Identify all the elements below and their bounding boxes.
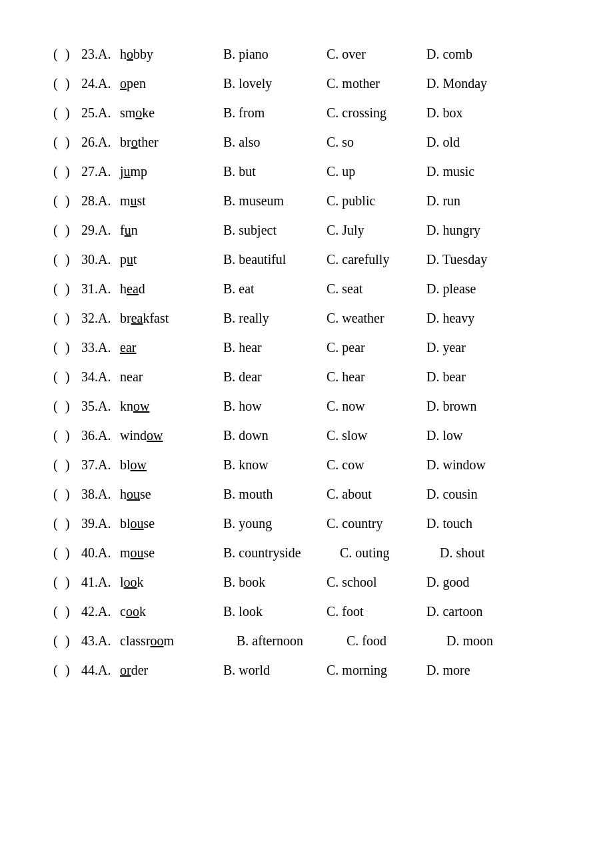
paren-close: )	[65, 539, 81, 567]
option-c: C. hear	[326, 363, 426, 391]
quiz-item-41: ( ) 41.A. look B. book C. school D. good	[53, 568, 560, 596]
quiz-item-37: ( ) 37.A. blow B. know C. cow D. window	[53, 451, 560, 479]
option-a: near	[120, 363, 223, 391]
paren-close: )	[65, 187, 81, 215]
option-b: B. really	[223, 304, 326, 332]
quiz-item-43: ( ) 43.A. classroom B. afternoon C. food…	[53, 627, 560, 655]
paren-open: (	[53, 480, 65, 508]
option-b: B. afternoon	[237, 627, 346, 655]
question-number: 42.A.	[81, 597, 120, 625]
question-number: 40.A.	[81, 539, 120, 567]
option-b: B. but	[223, 157, 326, 185]
question-number: 38.A.	[81, 480, 120, 508]
question-number: 34.A.	[81, 363, 120, 391]
paren-close: )	[65, 245, 81, 273]
paren-close: )	[65, 128, 81, 156]
option-d: D. low	[426, 421, 462, 449]
option-b: B. book	[223, 568, 326, 596]
option-c: C. over	[326, 40, 426, 68]
question-number: 24.A.	[81, 69, 120, 97]
option-d: D. good	[426, 568, 469, 596]
question-number: 27.A.	[81, 157, 120, 185]
option-d: D. year	[426, 333, 466, 361]
paren-open: (	[53, 128, 65, 156]
quiz-item-36: ( ) 36.A. window B. down C. slow D. low	[53, 421, 560, 449]
paren-close: )	[65, 69, 81, 97]
paren-open: (	[53, 157, 65, 185]
paren-close: )	[65, 304, 81, 332]
option-d: D. music	[426, 157, 474, 185]
paren-open: (	[53, 421, 65, 449]
option-b: B. world	[223, 656, 326, 684]
question-number: 33.A.	[81, 333, 120, 361]
paren-open: (	[53, 275, 65, 303]
option-d: D. box	[426, 99, 462, 127]
paren-close: )	[65, 480, 81, 508]
paren-close: )	[65, 333, 81, 361]
option-c: C. mother	[326, 69, 426, 97]
option-b: B. lovely	[223, 69, 326, 97]
question-number: 30.A.	[81, 245, 120, 273]
paren-open: (	[53, 509, 65, 537]
option-d: D. shout	[440, 539, 485, 567]
question-number: 26.A.	[81, 128, 120, 156]
option-a: look	[120, 568, 223, 596]
option-a: order	[120, 656, 223, 684]
option-a: blouse	[120, 509, 223, 537]
option-b: B. know	[223, 451, 326, 479]
paren-close: )	[65, 451, 81, 479]
option-b: B. beautiful	[223, 245, 326, 273]
quiz-list: ( ) 23.A. hobby B. piano C. over D. comb…	[53, 40, 560, 684]
option-d: D. moon	[446, 627, 493, 655]
option-c: C. school	[326, 568, 426, 596]
option-c: C. outing	[340, 539, 440, 567]
paren-close: )	[65, 509, 81, 537]
option-d: D. run	[426, 187, 460, 215]
option-a: ear	[120, 333, 223, 361]
option-a: cook	[120, 597, 223, 625]
option-c: C. morning	[326, 656, 426, 684]
quiz-item-44: ( ) 44.A. order B. world C. morning D. m…	[53, 656, 560, 684]
quiz-item-34: ( ) 34.A. near B. dear C. hear D. bear	[53, 363, 560, 391]
quiz-item-33: ( ) 33.A. ear B. hear C. pear D. year	[53, 333, 560, 361]
option-a: must	[120, 187, 223, 215]
quiz-item-32: ( ) 32.A. breakfast B. really C. weather…	[53, 304, 560, 332]
quiz-item-27: ( ) 27.A. jump B. but C. up D. music	[53, 157, 560, 185]
question-number: 25.A.	[81, 99, 120, 127]
paren-close: )	[65, 99, 81, 127]
option-d: D. cartoon	[426, 597, 482, 625]
paren-close: )	[65, 597, 81, 625]
quiz-item-30: ( ) 30.A. put B. beautiful C. carefully …	[53, 245, 560, 273]
option-d: D. Tuesday	[426, 245, 487, 273]
question-number: 35.A.	[81, 392, 120, 420]
paren-open: (	[53, 245, 65, 273]
option-d: D. hungry	[426, 216, 480, 244]
paren-open: (	[53, 597, 65, 625]
option-a: brother	[120, 128, 223, 156]
question-number: 37.A.	[81, 451, 120, 479]
quiz-item-40: ( ) 40.A. mouse B. countryside C. outing…	[53, 539, 560, 567]
paren-close: )	[65, 216, 81, 244]
option-c: C. seat	[326, 275, 426, 303]
paren-open: (	[53, 333, 65, 361]
option-a: jump	[120, 157, 223, 185]
option-d: D. heavy	[426, 304, 474, 332]
option-c: C. weather	[326, 304, 426, 332]
option-d: D. brown	[426, 392, 477, 420]
option-c: C. cow	[326, 451, 426, 479]
option-c: C. food	[346, 627, 446, 655]
paren-close: )	[65, 568, 81, 596]
option-a: hobby	[120, 40, 223, 68]
option-d: D. touch	[426, 509, 472, 537]
paren-open: (	[53, 451, 65, 479]
paren-open: (	[53, 539, 65, 567]
option-c: C. public	[326, 187, 426, 215]
option-d: D. please	[426, 275, 476, 303]
quiz-item-38: ( ) 38.A. house B. mouth C. about D. cou…	[53, 480, 560, 508]
option-a: fun	[120, 216, 223, 244]
option-b: B. piano	[223, 40, 326, 68]
question-number: 23.A.	[81, 40, 120, 68]
option-d: D. old	[426, 128, 460, 156]
paren-open: (	[53, 216, 65, 244]
paren-close: )	[65, 157, 81, 185]
